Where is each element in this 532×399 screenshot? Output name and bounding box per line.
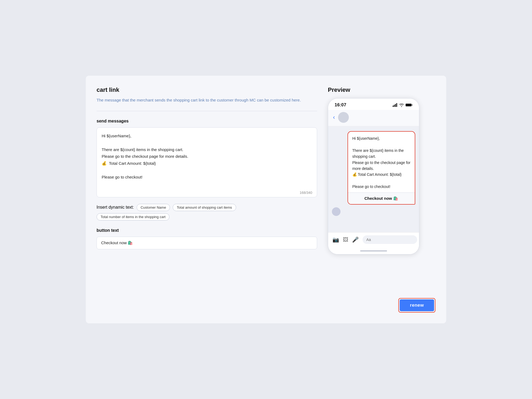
bubble-line3: There are ${count} items in the — [352, 148, 404, 153]
phone-chat-body: Hi ${userName}, There are ${count} items… — [328, 126, 419, 232]
tag-total-amount[interactable]: Total amount of shopping cart items — [173, 204, 236, 211]
bubble-line7: 💰 Total Cart Amount: ${total} — [352, 172, 402, 177]
bubble-line6: more details. — [352, 166, 374, 171]
svg-rect-1 — [394, 105, 395, 107]
tag-customer-name[interactable]: Customer Name — [137, 204, 170, 211]
battery-icon — [406, 103, 413, 107]
send-messages-label: send messages — [97, 119, 317, 124]
message-textarea-wrapper: Hi ${userName}, There are ${count} items… — [97, 127, 317, 198]
button-text-label: button text — [97, 228, 317, 233]
renew-button-wrapper: renew — [398, 298, 435, 313]
tag-total-items[interactable]: Total number of items in the shopping ca… — [97, 213, 169, 220]
svg-rect-0 — [393, 106, 393, 107]
right-panel: Preview 16:07 — [328, 86, 435, 313]
message-bubble: Hi ${userName}, There are ${count} items… — [347, 131, 415, 205]
button-text-input[interactable] — [97, 237, 317, 249]
preview-title: Preview — [328, 86, 435, 93]
phone-mockup: 16:07 — [328, 98, 419, 254]
image-icon[interactable]: 🖼 — [343, 237, 348, 243]
mic-icon[interactable]: 🎤 — [352, 236, 359, 243]
renew-button[interactable]: renew — [400, 299, 434, 311]
svg-rect-3 — [396, 103, 397, 107]
bubble-text-content: Hi ${userName}, There are ${count} items… — [348, 132, 415, 192]
reply-bubble-wrapper — [332, 207, 415, 216]
section-divider — [97, 111, 317, 111]
wifi-icon — [399, 103, 404, 107]
home-indicator — [328, 249, 419, 254]
chat-input[interactable] — [363, 235, 417, 244]
svg-rect-5 — [412, 104, 413, 106]
signal-icon — [393, 103, 398, 107]
message-textarea[interactable]: Hi ${userName}, There are ${count} items… — [97, 127, 317, 197]
dynamic-text-row: Insert dynamic text: Customer Name Total… — [97, 204, 317, 211]
bubble-line1: Hi ${userName}, — [352, 136, 380, 141]
svg-rect-2 — [395, 104, 396, 107]
char-count: 168/340 — [300, 191, 312, 195]
page-description: The message that the merchant sends the … — [97, 97, 317, 103]
dynamic-text-label: Insert dynamic text: — [97, 205, 134, 210]
phone-chat-header: ‹ — [328, 110, 419, 126]
bubble-line9: Please go to checkout! — [352, 184, 391, 189]
back-button[interactable]: ‹ — [333, 114, 335, 121]
phone-icons — [393, 103, 413, 107]
svg-rect-4 — [406, 104, 412, 106]
phone-status-bar: 16:07 — [328, 99, 419, 110]
reply-avatar — [332, 207, 341, 216]
dynamic-tags-row2: Total number of items in the shopping ca… — [97, 213, 317, 220]
bubble-line4: shopping cart. — [352, 154, 376, 159]
phone-footer: 📷 🖼 🎤 🙂 ≡ — [328, 232, 419, 249]
phone-time: 16:07 — [335, 102, 346, 108]
avatar — [338, 112, 349, 123]
message-bubble-wrapper: Hi ${userName}, There are ${count} items… — [332, 131, 415, 205]
bubble-line5: Please go to the checkout page for — [352, 160, 410, 165]
bubble-checkout-button[interactable]: Checkout now 🛍️ — [348, 193, 415, 204]
left-panel: cart link The message that the merchant … — [97, 86, 317, 313]
home-bar — [360, 250, 387, 251]
camera-icon[interactable]: 📷 — [332, 236, 339, 243]
bottom-bar: renew — [230, 298, 435, 313]
page-title: cart link — [97, 86, 317, 93]
main-container: cart link The message that the merchant … — [86, 76, 446, 323]
